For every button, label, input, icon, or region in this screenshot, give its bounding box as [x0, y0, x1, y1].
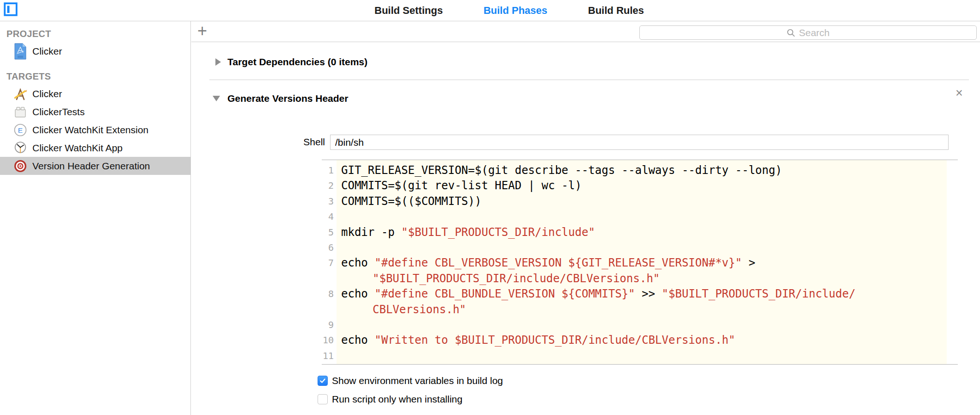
- line-number: 2: [322, 178, 337, 193]
- checked-checkbox[interactable]: [318, 376, 328, 386]
- tab-build-rules[interactable]: Build Rules: [588, 5, 644, 17]
- line-number: 7: [322, 255, 337, 271]
- line-content: COMMITS=$(($COMMITS)): [337, 194, 481, 209]
- script-line[interactable]: 3COMMITS=$(($COMMITS)): [322, 194, 958, 209]
- tab-build-settings[interactable]: Build Settings: [374, 5, 443, 17]
- sidebar-item-label: Clicker WatchKit App: [32, 142, 122, 154]
- shell-input[interactable]: [330, 135, 949, 150]
- line-number: 4: [322, 209, 337, 224]
- option-row-run-script-only-when-installing: Run script only when installing: [318, 394, 503, 404]
- sidebar-item-clicker-watchkit-extension[interactable]: EClicker WatchKit Extension: [0, 121, 191, 139]
- sidebar-item-clicker-watchkit-app[interactable]: Clicker WatchKit App: [0, 139, 191, 157]
- line-content: [337, 348, 341, 364]
- xcodeproj-icon: [13, 43, 28, 60]
- shell-script-editor[interactable]: 1GIT_RELEASE_VERSION=$(git describe --ta…: [322, 160, 958, 365]
- line-content: "$BUILT_PRODUCTS_DIR/include/CBLVersions…: [337, 271, 660, 286]
- line-number: 5: [322, 225, 337, 240]
- sidebar-item-label: ClickerTests: [32, 106, 85, 118]
- line-number: [322, 271, 337, 286]
- script-line[interactable]: 11: [322, 348, 958, 364]
- script-line[interactable]: CBLVersions.h": [322, 302, 958, 317]
- script-line[interactable]: 2COMMITS=$(git rev-list HEAD | wc -l): [322, 178, 958, 193]
- sidebar-item-label: Clicker WatchKit Extension: [32, 124, 148, 136]
- project-targets-sidebar: PROJECT Clicker TARGETS ClickerClickerTe…: [0, 21, 191, 415]
- shell-label: Shell: [284, 136, 325, 148]
- targets-heading: TARGETS: [6, 71, 51, 82]
- script-line[interactable]: 1GIT_RELEASE_VERSION=$(git describe --ta…: [322, 163, 958, 178]
- script-phase-section-header[interactable]: Generate Versions Header: [213, 91, 348, 106]
- test-bundle-icon: [13, 104, 28, 120]
- phases-toolbar: + Search: [191, 21, 980, 42]
- add-build-phase-button[interactable]: +: [197, 20, 207, 41]
- sidebar-item-clicker[interactable]: Clicker: [0, 85, 191, 103]
- line-content: [337, 317, 341, 333]
- sidebar-toggle-icon[interactable]: [4, 2, 18, 16]
- line-content: [337, 240, 341, 255]
- option-row-show-environment-variables-in-build-log: Show environment variables in build log: [318, 376, 503, 386]
- search-input[interactable]: [640, 26, 976, 39]
- section-divider: [209, 80, 969, 80]
- script-line[interactable]: 8echo "#define CBL_BUNDLE_VERSION ${COMM…: [322, 286, 958, 302]
- app-target-icon: [13, 86, 28, 102]
- line-number: [322, 302, 337, 317]
- script-line[interactable]: "$BUILT_PRODUCTS_DIR/include/CBLVersions…: [322, 271, 958, 286]
- option-label: Run script only when installing: [332, 394, 462, 405]
- editor-header: Build SettingsBuild PhasesBuild Rules: [0, 0, 980, 21]
- disclosure-expanded-icon[interactable]: [213, 96, 220, 101]
- watch-app-icon: [13, 140, 28, 156]
- line-content: echo "#define CBL_BUNDLE_VERSION ${COMMI…: [337, 286, 856, 302]
- build-phases-editor: + Search Target Dependencies (0 items): [191, 21, 980, 415]
- editor-tab-bar: Build SettingsBuild PhasesBuild Rules: [374, 0, 644, 21]
- sidebar-item-clicker[interactable]: Clicker: [0, 41, 191, 62]
- line-number: 1: [322, 163, 337, 178]
- line-number: 3: [322, 194, 337, 209]
- script-line[interactable]: 5mkdir -p "$BUILT_PRODUCTS_DIR/include": [322, 225, 958, 240]
- disclosure-collapsed-icon[interactable]: [215, 58, 221, 66]
- unchecked-checkbox[interactable]: [318, 394, 328, 404]
- script-line[interactable]: 7echo "#define CBL_VERBOSE_VERSION ${GIT…: [322, 255, 958, 271]
- line-content: echo "#define CBL_VERBOSE_VERSION ${GIT_…: [337, 255, 755, 271]
- extension-icon: E: [13, 122, 28, 138]
- script-line[interactable]: 9: [322, 317, 958, 333]
- script-line[interactable]: 10echo "Written to $BUILT_PRODUCTS_DIR/i…: [322, 333, 958, 348]
- target-dependencies-section-header[interactable]: Target Dependencies (0 items): [215, 54, 368, 70]
- line-content: GIT_RELEASE_VERSION=$(git describe --tag…: [337, 163, 782, 178]
- remove-phase-button[interactable]: ×: [951, 85, 967, 101]
- aggregate-target-icon: [13, 158, 28, 174]
- script-line[interactable]: 4: [322, 209, 958, 224]
- line-number: 9: [322, 317, 337, 333]
- line-content: CBLVersions.h": [337, 302, 466, 317]
- option-label: Show environment variables in build log: [332, 375, 503, 386]
- project-list: Clicker: [0, 41, 191, 62]
- script-phase-title: Generate Versions Header: [227, 93, 348, 104]
- line-content: mkdir -p "$BUILT_PRODUCTS_DIR/include": [337, 225, 595, 240]
- sidebar-item-label: Clicker: [32, 88, 62, 99]
- svg-text:E: E: [18, 126, 23, 134]
- line-content: COMMITS=$(git rev-list HEAD | wc -l): [337, 178, 582, 193]
- line-content: [337, 209, 341, 224]
- sidebar-item-label: Clicker: [32, 46, 62, 57]
- targets-list: ClickerClickerTestsEClicker WatchKit Ext…: [0, 85, 191, 175]
- script-line[interactable]: 6: [322, 240, 958, 255]
- project-heading: PROJECT: [6, 29, 51, 39]
- line-number: 11: [322, 348, 337, 364]
- target-dependencies-title: Target Dependencies (0 items): [227, 56, 368, 68]
- xcode-build-phases-window: Build SettingsBuild PhasesBuild Rules PR…: [0, 0, 980, 415]
- tab-build-phases[interactable]: Build Phases: [484, 5, 547, 17]
- search-field[interactable]: Search: [639, 25, 977, 40]
- sidebar-item-version-header-generation[interactable]: Version Header Generation: [0, 157, 191, 175]
- sidebar-item-clickertests[interactable]: ClickerTests: [0, 103, 191, 121]
- script-phase-options: Show environment variables in build logR…: [318, 376, 503, 413]
- line-number: 6: [322, 240, 337, 255]
- line-number: 8: [322, 286, 337, 302]
- line-content: echo "Written to $BUILT_PRODUCTS_DIR/inc…: [337, 333, 735, 348]
- sidebar-item-label: Version Header Generation: [32, 161, 150, 172]
- line-number: 10: [322, 333, 337, 348]
